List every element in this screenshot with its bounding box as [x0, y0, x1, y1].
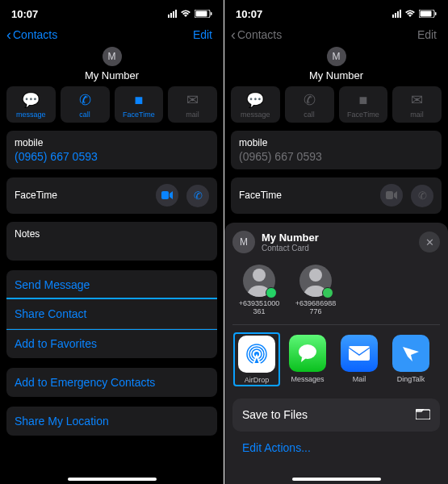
action-row: 💬message ✆call ■FaceTime ✉mail: [224, 86, 448, 123]
contact-label: +639686988776: [294, 300, 337, 316]
facetime-card: FaceTime ✆: [6, 177, 217, 214]
app-label: AirDrop: [236, 376, 278, 384]
facetime-button[interactable]: ■FaceTime: [339, 86, 388, 123]
menu-group-2: Add to Emergency Contacts: [6, 368, 217, 397]
sheet-header: M My Number Contact Card ✕: [232, 231, 440, 253]
phone-right: 10:07 ‹Contacts Edit M My Number 💬messag…: [224, 0, 448, 484]
status-time: 10:07: [236, 8, 262, 20]
mobile-card[interactable]: mobile (0965) 667 0593: [6, 131, 217, 169]
sheet-avatar: M: [232, 231, 255, 253]
facetime-button[interactable]: ■FaceTime: [115, 86, 164, 123]
back-button[interactable]: ‹Contacts: [6, 27, 57, 42]
svg-point-12: [299, 344, 316, 359]
send-message-item[interactable]: Send Message: [6, 270, 217, 299]
svg-rect-2: [211, 12, 212, 15]
video-icon: ■: [358, 92, 367, 109]
whatsapp-badge-icon: [266, 287, 277, 298]
nav-bar: ‹Contacts Edit: [0, 23, 224, 47]
contact-title: My Number: [224, 69, 448, 81]
svg-rect-1: [196, 11, 207, 17]
sheet-subtitle: Contact Card: [262, 244, 319, 252]
facetime-video-button[interactable]: [380, 184, 403, 207]
contact-suggestion[interactable]: +639686988776: [294, 265, 337, 316]
svg-rect-6: [435, 12, 437, 15]
chevron-left-icon: ‹: [231, 27, 236, 42]
mail-icon: ✉: [186, 91, 199, 109]
svg-rect-13: [349, 346, 370, 361]
save-to-files-item[interactable]: Save to Files: [232, 398, 440, 432]
battery-icon: [419, 10, 437, 18]
wifi-icon: [404, 10, 416, 18]
mail-app[interactable]: Mail: [337, 335, 381, 384]
action-row: 💬message ✆call ■FaceTime ✉mail: [0, 86, 224, 123]
nav-bar: ‹Contacts Edit: [224, 23, 448, 47]
airdrop-app[interactable]: AirDrop: [233, 332, 280, 386]
contact-suggestion[interactable]: +639351000361: [237, 265, 281, 316]
call-button[interactable]: ✆call: [285, 86, 334, 123]
mobile-label: mobile: [15, 137, 209, 148]
share-sheet: M My Number Contact Card ✕ +639351000361…: [224, 223, 448, 484]
dingtalk-app[interactable]: DingTalk: [389, 335, 433, 384]
mail-icon: [341, 335, 378, 372]
airdrop-icon: [238, 336, 275, 373]
menu-group-3: Share My Location: [6, 407, 217, 436]
contact-label: +639351000361: [237, 300, 281, 316]
chevron-left-icon: ‹: [6, 27, 11, 42]
message-button[interactable]: 💬message: [231, 86, 280, 123]
add-emergency-item[interactable]: Add to Emergency Contacts: [6, 368, 217, 397]
messages-badge-icon: [322, 287, 333, 298]
edit-button[interactable]: Edit: [193, 28, 217, 41]
message-icon: 💬: [22, 91, 40, 109]
svg-rect-7: [386, 191, 393, 199]
edit-button[interactable]: Edit: [417, 28, 442, 41]
mobile-label: mobile: [239, 137, 433, 148]
mail-button: ✉mail: [392, 86, 442, 123]
add-favorites-item[interactable]: Add to Favorites: [6, 328, 217, 358]
facetime-video-button[interactable]: [156, 184, 178, 207]
avatar: M: [327, 47, 346, 66]
dingtalk-icon: [392, 335, 429, 372]
facetime-audio-button[interactable]: ✆: [411, 185, 433, 207]
menu-group-1: Send Message Share Contact Add to Favori…: [6, 270, 217, 358]
status-time: 10:07: [11, 8, 38, 20]
back-button[interactable]: ‹Contacts: [231, 27, 282, 42]
messages-icon: [289, 335, 326, 372]
messages-app[interactable]: Messages: [286, 335, 329, 384]
app-label: Messages: [286, 375, 329, 383]
phone-left: 10:07 ‹Contacts Edit M My Number 💬messag…: [0, 0, 224, 484]
wifi-icon: [180, 10, 191, 18]
mail-button: ✉mail: [168, 86, 217, 123]
message-button[interactable]: 💬message: [6, 86, 56, 123]
svg-rect-5: [421, 11, 432, 17]
cellular-icon: [168, 10, 177, 18]
facetime-label: FaceTime: [15, 190, 57, 201]
battery-icon: [195, 10, 212, 18]
cellular-icon: [392, 10, 401, 18]
status-bar: 10:07: [224, 0, 448, 23]
folder-icon: [416, 408, 430, 422]
app-label: Mail: [337, 375, 381, 383]
app-label: DingTalk: [389, 375, 433, 383]
mobile-card[interactable]: mobile (0965) 667 0593: [231, 131, 442, 169]
share-contact-item[interactable]: Share Contact: [6, 298, 217, 330]
video-icon: ■: [134, 92, 143, 109]
home-indicator[interactable]: [68, 478, 157, 481]
svg-rect-3: [161, 191, 169, 199]
save-to-files-label: Save to Files: [242, 408, 308, 421]
avatar: M: [103, 47, 122, 66]
status-indicators: [392, 10, 437, 18]
close-button[interactable]: ✕: [419, 232, 440, 252]
phone-icon: ✆: [304, 91, 316, 109]
message-icon: 💬: [246, 91, 264, 109]
home-indicator[interactable]: [292, 478, 381, 481]
share-location-item[interactable]: Share My Location: [6, 407, 217, 436]
notes-label: Notes: [15, 228, 209, 240]
facetime-card: FaceTime ✆: [231, 177, 442, 214]
call-button[interactable]: ✆call: [61, 86, 110, 123]
contact-header: M My Number: [0, 47, 224, 81]
status-indicators: [168, 10, 212, 18]
sheet-title: My Number: [262, 232, 319, 244]
edit-actions-item[interactable]: Edit Actions...: [232, 432, 440, 454]
notes-card[interactable]: Notes: [6, 222, 217, 261]
facetime-audio-button[interactable]: ✆: [186, 185, 209, 207]
